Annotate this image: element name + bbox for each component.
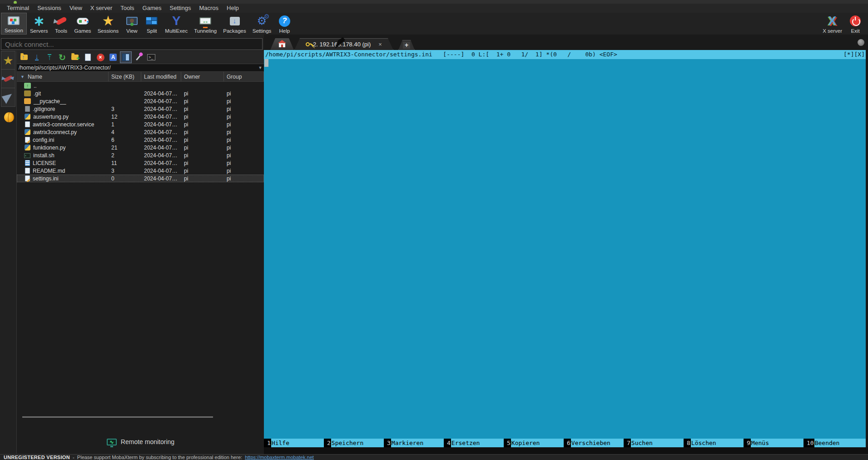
current-path[interactable]: /home/pi/scripts/AWTRIX3-Connector/ bbox=[17, 65, 257, 71]
file-row[interactable]: auswertung.py122024-04-07…pipi bbox=[17, 113, 264, 120]
toolbar-item-x server[interactable]: XX server bbox=[819, 13, 845, 35]
terminal-scrollbar[interactable] bbox=[866, 50, 868, 447]
ini-icon bbox=[25, 137, 30, 143]
toolbar-item-exit[interactable]: Exit bbox=[845, 13, 865, 35]
file-row[interactable]: ↑.. bbox=[17, 82, 264, 90]
menu-macros[interactable]: Macros bbox=[195, 4, 223, 13]
refresh-icon[interactable]: ↻ bbox=[57, 52, 68, 63]
keybar-f5[interactable]: 5Kopieren bbox=[504, 439, 564, 447]
sidebar-tab-sessions[interactable]: ★ bbox=[1, 51, 15, 70]
menu-terminal[interactable]: Terminal bbox=[3, 4, 33, 13]
menu-games[interactable]: Games bbox=[139, 4, 166, 13]
open-terminal-icon[interactable]: >_ bbox=[146, 52, 157, 63]
keybar-f7[interactable]: 7Suchen bbox=[624, 439, 684, 447]
toolbar-item-tools[interactable]: Tools bbox=[51, 13, 71, 35]
file-row[interactable]: awtrix3connect.py42024-04-07…pipi bbox=[17, 128, 264, 136]
path-bar[interactable]: /home/pi/scripts/AWTRIX3-Connector/ ▼ bbox=[17, 64, 264, 72]
toolbar-item-sessions[interactable]: ★Sessions bbox=[94, 13, 122, 35]
file-row[interactable]: config.ini62024-04-07…pipi bbox=[17, 136, 264, 144]
keybar-f6[interactable]: 6Verschieben bbox=[564, 439, 624, 447]
file-row[interactable]: LICENSE112024-04-07…pipi bbox=[17, 159, 264, 167]
function-keybar: 1Hilfe2Speichern3Markieren4Ersetzen5Kopi… bbox=[264, 439, 866, 447]
file-row[interactable]: .git2024-04-07…pipi bbox=[17, 90, 264, 97]
toolbar-item-games[interactable]: Games bbox=[71, 13, 94, 35]
keybar-label: Menüs bbox=[751, 439, 769, 447]
column-header-size[interactable]: Size (KB) bbox=[109, 72, 141, 81]
menu-view[interactable]: View bbox=[65, 4, 86, 13]
rename-icon[interactable]: A bbox=[108, 52, 119, 63]
home-tab[interactable] bbox=[270, 38, 294, 50]
file-row[interactable]: README.md32024-04-07…pipi bbox=[17, 167, 264, 175]
file-modified: 2024-04-07… bbox=[141, 145, 181, 151]
parent-folder-icon[interactable]: ↑ bbox=[19, 52, 30, 63]
keybar-f4[interactable]: 4Ersetzen bbox=[444, 439, 504, 447]
mcedit-editor[interactable]: /home/pi/scripts/AWTRIX3-Connector/setti… bbox=[264, 50, 866, 447]
toolbar-item-view[interactable]: View bbox=[122, 13, 142, 35]
toolbar-item-session[interactable]: Session bbox=[1, 13, 27, 35]
new-folder-icon[interactable]: + bbox=[69, 52, 80, 63]
toolbar-item-tunneling[interactable]: ↔Tunneling bbox=[191, 13, 220, 35]
python-icon bbox=[25, 114, 30, 120]
keybar-f2[interactable]: 2Speichern bbox=[324, 439, 384, 447]
keybar-f9[interactable]: 9Menüs bbox=[744, 439, 804, 447]
keybar-label: Löschen bbox=[691, 439, 716, 447]
toolbar-item-help[interactable]: ?Help bbox=[274, 13, 294, 35]
toolbar-item-settings[interactable]: ⚙Settings bbox=[249, 13, 275, 35]
toolbar-item-label: Session bbox=[5, 28, 23, 33]
column-header-name[interactable]: ▼Name bbox=[17, 72, 109, 81]
new-file-icon[interactable] bbox=[82, 52, 93, 63]
file-modified: 2024-04-07… bbox=[141, 175, 181, 182]
tab-close-icon[interactable]: × bbox=[378, 41, 382, 48]
menu-settings[interactable]: Settings bbox=[166, 4, 195, 13]
new-tab-button[interactable]: + bbox=[398, 40, 415, 50]
wizard-wand-icon[interactable] bbox=[133, 52, 144, 63]
sidebar-tab-tools[interactable] bbox=[1, 70, 15, 88]
file-name: .. bbox=[34, 83, 37, 89]
path-dropdown-icon[interactable]: ▼ bbox=[257, 65, 264, 70]
download-icon[interactable]: ↓ bbox=[31, 52, 42, 63]
menu-help[interactable]: Help bbox=[223, 4, 243, 13]
statusbar-link[interactable]: https://mobaxterm.mobatek.net bbox=[245, 455, 314, 460]
keybar-number: 7 bbox=[624, 439, 631, 447]
toolbar-item-split[interactable]: Split bbox=[142, 13, 162, 35]
menu-sessions[interactable]: Sessions bbox=[33, 4, 65, 13]
upload-icon[interactable]: ↑ bbox=[44, 52, 55, 63]
file-modified: 2024-04-07… bbox=[141, 168, 181, 174]
file-group: pi bbox=[224, 137, 264, 143]
file-row[interactable]: settings.ini02024-04-07…pipi bbox=[17, 175, 264, 182]
editor-body[interactable] bbox=[264, 59, 866, 439]
file-row[interactable]: awtrix3-connector.service12024-04-07…pip… bbox=[17, 120, 264, 128]
keybar-f1[interactable]: 1Hilfe bbox=[264, 439, 324, 447]
delete-icon[interactable]: × bbox=[95, 52, 106, 63]
toolbar-item-label: Sessions bbox=[98, 28, 119, 34]
file-modified: 2024-04-07… bbox=[141, 121, 181, 128]
file-list-hscrollbar[interactable] bbox=[22, 416, 213, 418]
sidebar-tab-macros[interactable] bbox=[1, 88, 15, 107]
toolbar-item-packages[interactable]: ↓Packages bbox=[220, 13, 249, 35]
file-row[interactable]: funktionen.py212024-04-07…pipi bbox=[17, 144, 264, 151]
keybar-f8[interactable]: 8Löschen bbox=[684, 439, 744, 447]
column-header-group[interactable]: Group bbox=[224, 72, 264, 81]
toolbar-item-label: Games bbox=[74, 28, 91, 34]
column-header-owner[interactable]: Owner bbox=[181, 72, 224, 81]
dual-pane-icon[interactable] bbox=[120, 52, 131, 63]
menu-x-server[interactable]: X server bbox=[86, 4, 116, 13]
toolbar-item-servers[interactable]: ∗Servers bbox=[27, 13, 51, 35]
column-header-modified[interactable]: Last modified bbox=[141, 72, 181, 81]
editor-header-buttons[interactable]: [*][X] bbox=[843, 50, 866, 59]
sftp-globe-icon[interactable] bbox=[4, 112, 14, 122]
toolbar-item-label: X server bbox=[823, 28, 842, 34]
file-row[interactable]: __pycache__2024-04-07…pipi bbox=[17, 97, 264, 105]
keybar-f10[interactable]: 10Beenden bbox=[804, 439, 863, 447]
quick-connect-input[interactable] bbox=[1, 38, 263, 50]
file-row[interactable]: ›install.sh22024-04-07…pipi bbox=[17, 151, 264, 159]
toolbar-item-multiexec[interactable]: YMultiExec bbox=[162, 13, 191, 35]
file-modified: 2024-04-07… bbox=[141, 160, 181, 166]
file-name-cell: .git bbox=[17, 90, 109, 97]
tabbar-right-button[interactable] bbox=[858, 39, 864, 46]
remote-monitoring-button[interactable]: ∿ Remote monitoring bbox=[17, 438, 264, 445]
sidebar: ★ ↑↓↑↻+×A>_ /home/pi/scripts/AWTRIX3-Con… bbox=[0, 35, 264, 454]
keybar-f3[interactable]: 3Markieren bbox=[384, 439, 444, 447]
file-row[interactable]: .gitignore32024-04-07…pipi bbox=[17, 105, 264, 113]
menu-tools[interactable]: Tools bbox=[116, 4, 138, 13]
